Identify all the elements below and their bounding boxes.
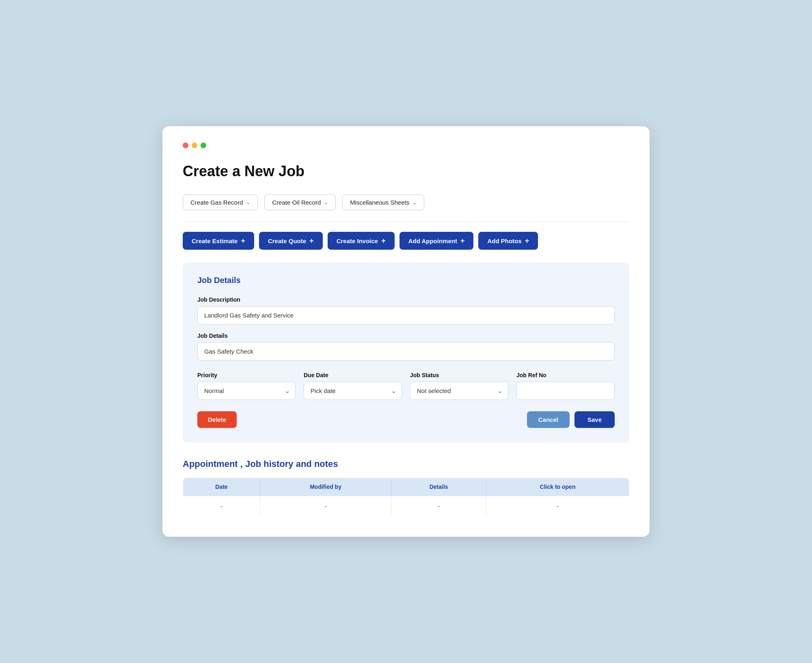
due-date-label: Due Date: [304, 372, 402, 378]
add-appointment-label: Add Appoinment: [408, 238, 457, 244]
save-cancel-group: Cancel Save: [527, 411, 615, 428]
col-modified-by: Modified by: [260, 478, 391, 496]
page-title: Create a New Job: [183, 163, 629, 180]
job-description-label: Job Description: [197, 296, 615, 303]
minimize-icon[interactable]: [192, 143, 197, 148]
chevron-down-icon: ⌄: [412, 200, 417, 205]
dropdown-row: Create Gas Record ⌄ Create Oil Record ⌄ …: [183, 194, 629, 210]
add-photos-label: Add Photos: [487, 238, 521, 244]
due-date-select-wrapper: Pick date: [304, 382, 402, 400]
plus-icon: +: [460, 237, 465, 244]
traffic-lights: [183, 143, 629, 148]
delete-button[interactable]: Delete: [197, 411, 237, 428]
job-details-input[interactable]: [197, 342, 615, 361]
miscellaneous-sheets-label: Miscellaneous Sheets: [350, 199, 409, 206]
col-date: Date: [183, 478, 260, 496]
cancel-button[interactable]: Cancel: [527, 411, 570, 428]
fields-row: Priority Normal High Low Urgent Due Date…: [197, 372, 615, 400]
cell-modified-by: -: [260, 496, 391, 516]
priority-select[interactable]: Normal High Low Urgent: [197, 382, 296, 400]
action-buttons-row: Create Estimate + Create Quote + Create …: [183, 232, 629, 250]
card-title: Job Details: [197, 276, 615, 285]
cell-click-to-open: -: [486, 496, 629, 516]
priority-label: Priority: [197, 372, 296, 378]
job-ref-no-group: Job Ref No: [516, 372, 615, 400]
col-details: Details: [391, 478, 486, 496]
divider: [183, 222, 629, 222]
plus-icon: +: [381, 237, 386, 244]
save-button[interactable]: Save: [574, 411, 615, 428]
cell-date: -: [183, 496, 260, 516]
plus-icon: +: [241, 237, 245, 244]
chevron-down-icon: ⌄: [324, 200, 328, 205]
add-appointment-button[interactable]: Add Appoinment +: [400, 232, 474, 250]
create-oil-record-label: Create Oil Record: [272, 199, 321, 206]
job-description-input[interactable]: [197, 306, 615, 324]
col-click-to-open: Click to open: [486, 478, 629, 496]
create-quote-label: Create Quote: [268, 238, 306, 244]
job-status-group: Job Status Not selected Pending In Progr…: [410, 372, 508, 400]
add-photos-button[interactable]: Add Photos +: [478, 232, 538, 250]
main-window: Create a New Job Create Gas Record ⌄ Cre…: [162, 126, 650, 537]
appointment-section: Appointment , Job history and notes Date…: [183, 459, 629, 516]
create-estimate-label: Create Estimate: [192, 238, 238, 244]
chevron-down-icon: ⌄: [246, 200, 250, 205]
job-ref-no-input[interactable]: [516, 382, 615, 400]
due-date-select[interactable]: Pick date: [304, 382, 402, 400]
appointment-table: Date Modified by Details Click to open -…: [183, 477, 629, 516]
create-invoice-label: Create Invoice: [337, 238, 378, 244]
close-icon[interactable]: [183, 143, 188, 148]
job-ref-no-label: Job Ref No: [516, 372, 615, 378]
table-row: - - - -: [183, 496, 629, 516]
create-gas-record-dropdown[interactable]: Create Gas Record ⌄: [183, 194, 258, 210]
appointment-section-title: Appointment , Job history and notes: [183, 459, 629, 469]
job-status-label: Job Status: [410, 372, 508, 378]
maximize-icon[interactable]: [201, 143, 206, 148]
plus-icon: +: [309, 237, 314, 244]
miscellaneous-sheets-dropdown[interactable]: Miscellaneous Sheets ⌄: [342, 194, 424, 210]
create-oil-record-dropdown[interactable]: Create Oil Record ⌄: [264, 194, 336, 210]
job-status-select[interactable]: Not selected Pending In Progress Complet…: [410, 382, 508, 400]
create-quote-button[interactable]: Create Quote +: [259, 232, 323, 250]
job-details-label: Job Details: [197, 333, 615, 339]
priority-group: Priority Normal High Low Urgent: [197, 372, 296, 400]
job-details-card: Job Details Job Description Job Details …: [183, 263, 629, 443]
cell-details: -: [391, 496, 486, 516]
plus-icon: +: [525, 237, 529, 244]
table-header-row: Date Modified by Details Click to open: [183, 478, 629, 496]
due-date-group: Due Date Pick date: [304, 372, 402, 400]
priority-select-wrapper: Normal High Low Urgent: [197, 382, 296, 400]
create-gas-record-label: Create Gas Record: [190, 199, 243, 206]
create-estimate-button[interactable]: Create Estimate +: [183, 232, 254, 250]
card-actions: Delete Cancel Save: [197, 411, 615, 428]
create-invoice-button[interactable]: Create Invoice +: [328, 232, 395, 250]
job-status-select-wrapper: Not selected Pending In Progress Complet…: [410, 382, 508, 400]
